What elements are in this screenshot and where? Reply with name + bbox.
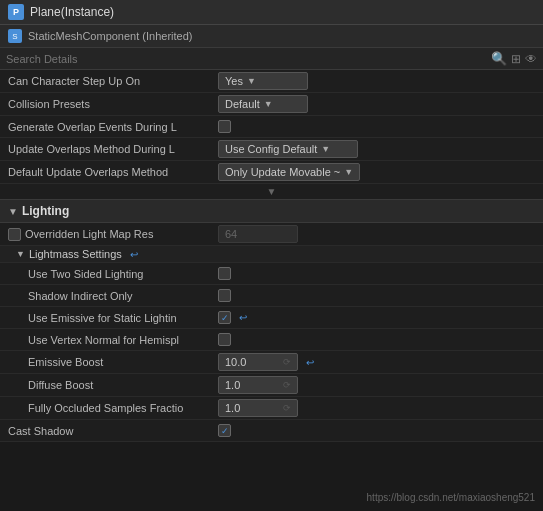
overridden-light-map-res-label: Overridden Light Map Res [8,228,218,241]
default-update-overlaps-row: Default Update Overlaps Method Only Upda… [0,161,543,184]
dropdown-arrow-icon: ▼ [247,76,256,86]
overridden-light-map-res-checkbox[interactable] [8,228,21,241]
grid-icon[interactable]: ⊞ [511,52,521,66]
lightmass-settings-title: Lightmass Settings [29,248,122,260]
cast-shadow-label: Cast Shadow [8,425,218,437]
lighting-section-header[interactable]: ▼ Lighting [0,199,543,223]
collision-presets-dropdown[interactable]: Default ▼ [218,95,308,113]
cast-shadow-row: Cast Shadow [0,420,543,442]
search-icon[interactable]: 🔍 [491,51,507,66]
use-two-sided-lighting-label: Use Two Sided Lighting [8,268,218,280]
subsection-collapse-icon: ▼ [16,249,25,259]
title-bar: P Plane(Instance) [0,0,543,25]
can-character-step-up-value: Yes ▼ [218,72,535,90]
shadow-indirect-only-row: Shadow Indirect Only [0,285,543,307]
lightmass-settings-header[interactable]: ▼ Lightmass Settings ↩ [0,246,543,263]
can-character-step-up-row: Can Character Step Up On Yes ▼ [0,70,543,93]
emissive-boost-row: Emissive Boost 10.0 ⟳ ↩ [0,351,543,374]
collapse-icon[interactable]: ▼ [267,186,277,197]
properties-area: Can Character Step Up On Yes ▼ Collision… [0,70,543,199]
use-emissive-static-lighting-row: Use Emissive for Static Lightin ↩ [0,307,543,329]
use-two-sided-lighting-row: Use Two Sided Lighting [0,263,543,285]
default-update-overlaps-dropdown[interactable]: Only Update Movable ~ ▼ [218,163,360,181]
generate-overlap-row: Generate Overlap Events During L [0,116,543,138]
update-overlaps-method-dropdown[interactable]: Use Config Default ▼ [218,140,358,158]
diffuse-boost-spin-icon: ⟳ [283,380,291,390]
inherited-component-label: StaticMeshComponent (Inherited) [28,30,192,42]
fully-occluded-samples-value: 1.0 ⟳ [218,399,535,417]
update-overlaps-method-value: Use Config Default ▼ [218,140,535,158]
generate-overlap-checkbox[interactable] [218,120,231,133]
lighting-properties: Overridden Light Map Res 64 ▼ Lightmass … [0,223,543,442]
fully-occluded-spin-icon: ⟳ [283,403,291,413]
dropdown-arrow-icon: ▼ [344,167,353,177]
search-input[interactable] [6,53,487,65]
inherited-bar: S StaticMeshComponent (Inherited) [0,25,543,48]
emissive-boost-reset-icon[interactable]: ↩ [306,357,314,368]
generate-overlap-label: Generate Overlap Events During L [8,121,218,133]
overridden-light-map-res-row: Overridden Light Map Res 64 [0,223,543,246]
shadow-indirect-only-value [218,289,535,302]
fully-occluded-samples-row: Fully Occluded Samples Fractio 1.0 ⟳ [0,397,543,420]
use-vertex-normal-checkbox[interactable] [218,333,231,346]
eye-icon[interactable]: 👁 [525,52,537,66]
lightmass-settings-reset-icon[interactable]: ↩ [130,249,138,260]
diffuse-boost-field[interactable]: 1.0 ⟳ [218,376,298,394]
dropdown-arrow-icon: ▼ [264,99,273,109]
use-emissive-static-lighting-value: ↩ [218,311,535,324]
update-overlaps-method-label: Update Overlaps Method During L [8,143,218,155]
collision-presets-row: Collision Presets Default ▼ [0,93,543,116]
use-two-sided-lighting-value [218,267,535,280]
update-overlaps-method-row: Update Overlaps Method During L Use Conf… [0,138,543,161]
use-emissive-static-lighting-checkbox[interactable] [218,311,231,324]
emissive-boost-spin-icon: ⟳ [283,357,291,367]
emissive-boost-label: Emissive Boost [8,356,218,368]
cast-shadow-checkbox[interactable] [218,424,231,437]
diffuse-boost-value: 1.0 ⟳ [218,376,535,394]
use-emissive-static-lighting-label: Use Emissive for Static Lightin [8,312,218,324]
lighting-section-title: Lighting [22,204,69,218]
static-mesh-icon: S [8,29,22,43]
collision-presets-label: Collision Presets [8,98,218,110]
shadow-indirect-only-checkbox[interactable] [218,289,231,302]
can-character-step-up-dropdown[interactable]: Yes ▼ [218,72,308,90]
default-update-overlaps-label: Default Update Overlaps Method [8,166,218,178]
emissive-boost-value: 10.0 ⟳ ↩ [218,353,535,371]
watermark: https://blog.csdn.net/maxiaosheng521 [367,492,535,503]
fully-occluded-samples-label: Fully Occluded Samples Fractio [8,402,218,414]
generate-overlap-value [218,120,535,133]
section-collapse-icon: ▼ [8,206,18,217]
use-vertex-normal-label: Use Vertex Normal for Hemispl [8,334,218,346]
use-vertex-normal-row: Use Vertex Normal for Hemispl [0,329,543,351]
use-emissive-reset-icon[interactable]: ↩ [239,312,247,323]
collapse-row: ▼ [0,184,543,199]
shadow-indirect-only-label: Shadow Indirect Only [8,290,218,302]
use-two-sided-lighting-checkbox[interactable] [218,267,231,280]
search-bar: 🔍 ⊞ 👁 [0,48,543,70]
cast-shadow-value [218,424,535,437]
window-title: Plane(Instance) [30,5,114,19]
emissive-boost-field[interactable]: 10.0 ⟳ [218,353,298,371]
fully-occluded-samples-field[interactable]: 1.0 ⟳ [218,399,298,417]
plane-icon: P [8,4,24,20]
overridden-light-map-res-value: 64 [218,225,535,243]
overridden-light-map-res-field: 64 [218,225,298,243]
collision-presets-value: Default ▼ [218,95,535,113]
diffuse-boost-row: Diffuse Boost 1.0 ⟳ [0,374,543,397]
use-vertex-normal-value [218,333,535,346]
can-character-step-up-label: Can Character Step Up On [8,75,218,87]
dropdown-arrow-icon: ▼ [321,144,330,154]
default-update-overlaps-value: Only Update Movable ~ ▼ [218,163,535,181]
diffuse-boost-label: Diffuse Boost [8,379,218,391]
